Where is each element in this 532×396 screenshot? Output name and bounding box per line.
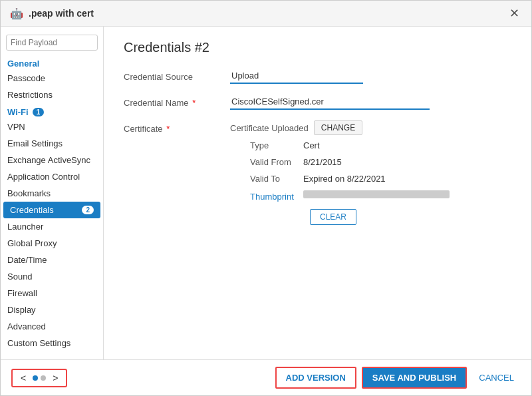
sidebar-item-firewall[interactable]: Firewall	[1, 285, 103, 301]
sidebar-item-passcode[interactable]: Passcode	[1, 70, 103, 87]
pagination: < >	[11, 369, 67, 387]
sidebar-item-email-settings[interactable]: Email Settings	[1, 135, 103, 152]
modal-footer: < > ADD VERSION SAVE AND PUBLISH CANCEL	[1, 359, 531, 395]
page-dots	[33, 375, 46, 381]
next-page-button[interactable]: >	[50, 373, 61, 383]
certificate-row: Certificate * Certificate Uploaded CHANG…	[124, 120, 511, 225]
sidebar-item-exchange-activesync[interactable]: Exchange ActiveSync	[1, 152, 103, 168]
certificate-value: Certificate Uploaded CHANGE Type Cert Va…	[230, 120, 511, 225]
modal: 🤖 .peap with cert ✕ General Passcode Res…	[0, 0, 532, 396]
clear-section: CLEAR	[303, 209, 511, 225]
sidebar-item-credentials[interactable]: Credentials 2	[3, 202, 100, 218]
prev-page-button[interactable]: <	[18, 373, 29, 383]
page-dot-2	[41, 375, 46, 381]
cancel-button[interactable]: CANCEL	[472, 368, 521, 387]
sidebar-item-custom-settings[interactable]: Custom Settings	[1, 335, 103, 351]
modal-title: .peap with cert	[29, 8, 501, 19]
android-icon: 🤖	[10, 7, 23, 20]
cert-thumbprint-value	[303, 190, 450, 202]
credential-name-label: Credential Name *	[124, 95, 230, 108]
credential-source-input[interactable]	[230, 69, 363, 84]
sidebar-item-vpn[interactable]: VPN	[1, 118, 103, 135]
content-title: Credentials #2	[124, 40, 511, 55]
close-button[interactable]: ✕	[507, 6, 522, 21]
sidebar-item-launcher[interactable]: Launcher	[1, 218, 103, 235]
credential-name-value	[230, 95, 511, 110]
clear-button[interactable]: CLEAR	[310, 209, 356, 225]
cert-valid-from-value: 8/21/2015	[303, 157, 342, 167]
thumbprint-bar	[303, 190, 450, 198]
sidebar-item-date-time[interactable]: Date/Time	[1, 252, 103, 268]
credential-source-row: Credential Source	[124, 69, 511, 84]
credential-name-input[interactable]	[230, 95, 430, 110]
credentials-badge: 2	[82, 206, 94, 214]
add-version-button[interactable]: ADD VERSION	[275, 367, 356, 389]
page-dot-1	[33, 375, 38, 381]
footer-actions: ADD VERSION SAVE AND PUBLISH CANCEL	[275, 367, 521, 389]
credential-source-value	[230, 69, 511, 84]
cert-uploaded-row: Certificate Uploaded CHANGE	[230, 120, 511, 135]
sidebar-item-bookmarks[interactable]: Bookmarks	[1, 185, 103, 202]
cert-valid-from-row: Valid From 8/21/2015	[230, 157, 511, 167]
cert-type-row: Type Cert	[230, 140, 511, 150]
sidebar-item-application-control[interactable]: Application Control	[1, 168, 103, 185]
save-and-publish-button[interactable]: SAVE AND PUBLISH	[362, 367, 467, 389]
cert-valid-to-row: Valid To Expired on 8/22/2021	[230, 174, 511, 184]
sidebar-item-advanced[interactable]: Advanced	[1, 318, 103, 335]
cert-valid-to-label: Valid To	[230, 174, 303, 184]
modal-header: 🤖 .peap with cert ✕	[1, 1, 531, 27]
find-payload-input[interactable]	[6, 35, 98, 51]
cert-type-label: Type	[230, 140, 303, 150]
sidebar: General Passcode Restrictions Wi-Fi 1 VP…	[1, 27, 104, 359]
modal-body: General Passcode Restrictions Wi-Fi 1 VP…	[1, 27, 531, 359]
change-button[interactable]: CHANGE	[314, 120, 362, 135]
sidebar-item-restrictions[interactable]: Restrictions	[1, 87, 103, 103]
cert-uploaded-label: Certificate Uploaded	[230, 123, 309, 133]
wifi-badge: 1	[33, 108, 45, 116]
sidebar-section-general: General	[1, 55, 103, 70]
cert-thumbprint-label: Thumbprint	[230, 192, 303, 202]
cert-type-value: Cert	[303, 140, 320, 150]
certificate-label: Certificate *	[124, 120, 230, 134]
credential-source-label: Credential Source	[124, 69, 230, 82]
credential-name-row: Credential Name *	[124, 95, 511, 110]
sidebar-item-display[interactable]: Display	[1, 301, 103, 318]
cert-thumbprint-row: Thumbprint	[230, 190, 511, 202]
sidebar-item-sound[interactable]: Sound	[1, 268, 103, 285]
sidebar-section-wifi: Wi-Fi	[7, 107, 29, 117]
cert-valid-to-value: Expired on 8/22/2021	[303, 174, 386, 184]
cert-valid-from-label: Valid From	[230, 157, 303, 167]
sidebar-item-global-proxy[interactable]: Global Proxy	[1, 235, 103, 252]
content-area: Credentials #2 Credential Source Credent…	[104, 27, 531, 359]
